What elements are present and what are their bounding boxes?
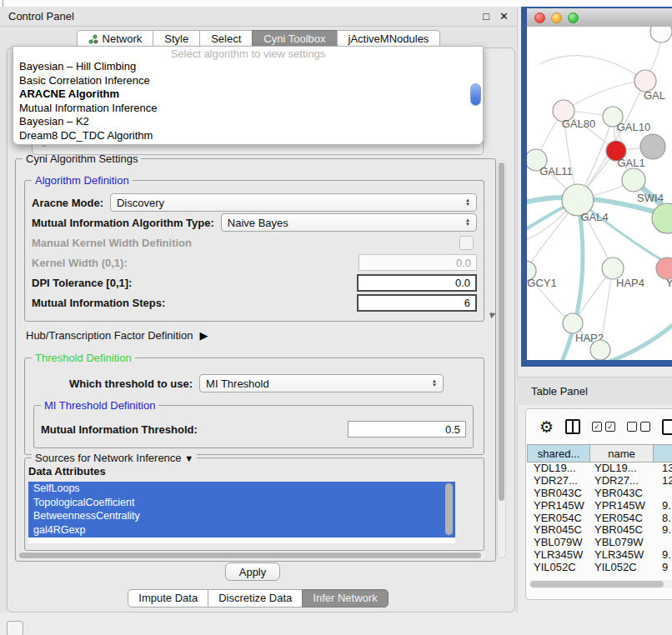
table-row[interactable]: YIL052CYIL052C9 (528, 562, 672, 574)
network-node-swi4[interactable] (622, 168, 645, 192)
network-window-titlebar[interactable] (527, 8, 672, 28)
chevron-right-icon: ▶ (199, 329, 208, 342)
combo-spinner-icon: ▲▼ (432, 379, 437, 388)
settings-vertical-scrollbar[interactable] (497, 160, 506, 558)
network-icon (88, 34, 98, 44)
zoom-traffic-light-icon[interactable] (568, 12, 579, 23)
close-traffic-light-icon[interactable] (534, 12, 545, 23)
network-view-window[interactable]: GALGAL80GAL10GAL1GAL11SWI4GAL4GCY1HAP4YH… (521, 7, 672, 367)
sources-group-title-text: Sources for Network Inference (35, 452, 182, 464)
network-node[interactable] (650, 27, 672, 42)
select-all-icon[interactable]: ✓✓ (592, 422, 615, 432)
minimize-traffic-light-icon[interactable] (551, 12, 562, 23)
algorithm-option[interactable]: Mutual Information Inference (13, 102, 483, 116)
table-body: YDL19...YDL19...13YDR27...YDR27...12YBR0… (528, 462, 672, 574)
hub-definition-label: Hub/Transcription Factor Definition (26, 329, 193, 342)
algorithm-option[interactable]: Dream8 DC_TDC Algorithm (13, 129, 483, 143)
settings-horizontal-scrollbar[interactable] (18, 552, 485, 559)
table-cell (655, 488, 662, 500)
column-header-third[interactable] (653, 444, 672, 462)
table-row[interactable]: YBR045CYBR045C9. (528, 524, 672, 537)
table-cell: 12 (655, 475, 672, 488)
column-header-shared[interactable]: shared... (527, 444, 590, 462)
table-cell: YBR043C (528, 488, 591, 500)
table-cell: YBR045C (591, 524, 655, 537)
threshold-definition-title: Threshold Definition (32, 352, 135, 364)
deselect-all-icon[interactable] (627, 422, 650, 432)
control-panel: Control Panel □ ✕ Network Style Select C… (0, 7, 518, 612)
gear-icon[interactable]: ⚙ (539, 419, 554, 435)
table-row[interactable]: YDL19...YDL19...13 (528, 462, 672, 475)
manual-kernel-checkbox[interactable] (459, 236, 474, 250)
aracne-mode-combo[interactable]: Discovery ▲▼ (110, 193, 477, 212)
close-window-icon[interactable]: ✕ (499, 10, 509, 22)
hub-definition-toggle[interactable]: Hub/Transcription Factor Definition ▶ (26, 329, 208, 342)
network-node[interactable] (640, 134, 665, 159)
table-cell: YBL079W (591, 537, 655, 549)
data-attribute-item[interactable]: BetweennessCentrality (28, 509, 455, 523)
split-columns-icon[interactable] (565, 419, 580, 434)
network-node[interactable] (652, 203, 672, 233)
algorithm-option[interactable]: ARACNE Algorithm (13, 88, 483, 102)
mi-type-value: Naive Bayes (228, 217, 288, 229)
table-cell: YBL079W (528, 537, 591, 549)
algorithm-dropdown-popup: Select algorithm to view settings Bayesi… (13, 46, 484, 145)
sources-group-title[interactable]: Sources for Network Inference ▼ (32, 452, 197, 464)
network-node-label: GAL10 (617, 121, 650, 133)
network-node-label: GAL4 (580, 211, 608, 223)
attributes-scrollbar-thumb[interactable] (445, 483, 453, 535)
data-attribute-item[interactable]: SelfLoops (28, 482, 455, 496)
mi-steps-input[interactable] (357, 294, 477, 312)
table-row[interactable]: YBR043CYBR043C (528, 488, 672, 500)
which-threshold-combo[interactable]: MI Threshold ▲▼ (199, 374, 444, 392)
table-cell: YER054C (591, 512, 655, 525)
algorithm-option[interactable]: Basic Correlation Inference (13, 74, 483, 88)
apply-button[interactable]: Apply (225, 562, 280, 581)
float-window-icon[interactable]: □ (483, 10, 489, 22)
top-strip-tick (3, 0, 3, 7)
table-row[interactable]: YLR345WYLR345W9. (528, 549, 672, 562)
table-row[interactable]: YDR27...YDR27...12 (528, 475, 672, 488)
dpi-tolerance-input[interactable] (357, 274, 477, 292)
table-cell: YPR145W (528, 500, 591, 512)
export-table-icon[interactable] (662, 419, 672, 435)
table-horizontal-scrollbar[interactable] (529, 580, 672, 588)
mi-type-combo[interactable]: Naive Bayes ▲▼ (221, 213, 477, 232)
network-node-label: SWI4 (637, 192, 664, 204)
column-header-name[interactable]: name (589, 444, 654, 462)
table-cell: YDR27... (591, 475, 655, 488)
table-cell: YPR145W (591, 500, 655, 512)
tab-discretize-data[interactable]: Discretize Data (208, 589, 303, 608)
kernel-width-input[interactable] (359, 254, 477, 271)
network-node[interactable] (590, 340, 610, 360)
mi-threshold-input[interactable] (348, 421, 466, 438)
algorithm-option[interactable]: Bayesian – Hill Climbing (13, 60, 483, 74)
network-node-label: Y (666, 277, 672, 289)
table-toolbar: ⚙ ✓✓ (526, 409, 672, 444)
algorithm-option[interactable]: Bayesian – K2 (13, 115, 483, 129)
data-attributes-list[interactable]: SelfLoopsTopologicalCoefficientBetweenne… (28, 482, 455, 543)
data-attribute-item[interactable]: gal4RGexp (28, 523, 455, 538)
network-node-label: GAL11 (539, 165, 573, 178)
popup-scrollbar-thumb[interactable] (470, 83, 481, 106)
aracne-mode-value: Discovery (117, 197, 164, 209)
table-row[interactable]: YPR145WYPR145W9. (528, 500, 672, 512)
algorithm-definition-group: Algorithm Definition Aracne Mode: Discov… (24, 180, 484, 322)
control-panel-title: Control Panel (8, 10, 74, 22)
network-graph: GALGAL80GAL10GAL1GAL11SWI4GAL4GCY1HAP4YH… (527, 27, 672, 360)
network-canvas[interactable]: GALGAL80GAL10GAL1GAL11SWI4GAL4GCY1HAP4YH… (527, 27, 672, 360)
threshold-definition-group: Threshold Definition Which threshold to … (24, 358, 484, 455)
table-panel-titlebar: Table Panel (517, 377, 672, 405)
table-row[interactable]: YBL079WYBL079W (528, 537, 672, 549)
tab-impute-data[interactable]: Impute Data (128, 589, 208, 608)
table-cell: 9. (655, 500, 671, 512)
network-node-hap2[interactable] (563, 313, 583, 333)
data-attribute-item[interactable]: TopologicalCoefficient (28, 496, 455, 510)
combo-spinner-icon: ▲▼ (465, 198, 470, 207)
mi-type-label: Mutual Information Algorithm Type: (32, 217, 214, 229)
table-row[interactable]: YER054CYER054C8. (528, 512, 672, 525)
table-cell: YDL19... (528, 462, 591, 475)
collapsed-panel-button[interactable] (7, 621, 23, 635)
data-attributes-label: Data Attributes (28, 465, 106, 478)
tab-infer-network[interactable]: Infer Network (302, 589, 388, 608)
